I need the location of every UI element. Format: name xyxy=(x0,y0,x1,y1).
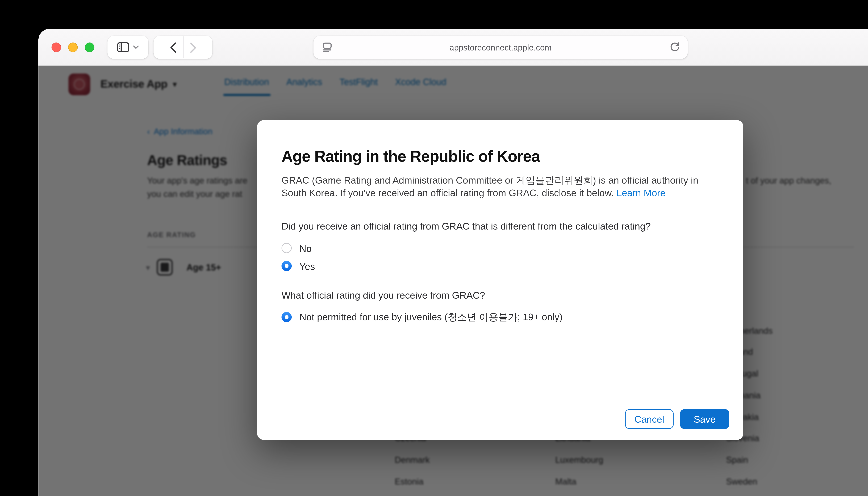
radio-selected-icon[interactable] xyxy=(281,312,292,322)
dialog-title: Age Rating in the Republic of Korea xyxy=(281,147,719,166)
radio-option-no[interactable]: No xyxy=(281,241,719,256)
safari-window: appstoreconnect.apple.com xyxy=(39,29,868,496)
radio-label: Not permitted for use by juveniles (청소년 … xyxy=(300,311,563,323)
radio-option-not-permitted[interactable]: Not permitted for use by juveniles (청소년 … xyxy=(281,310,719,325)
browser-toolbar: appstoreconnect.apple.com xyxy=(39,29,868,66)
cancel-button[interactable]: Cancel xyxy=(625,409,673,429)
sidebar-toggle-icon xyxy=(117,42,129,52)
url-text: appstoreconnect.apple.com xyxy=(314,43,688,52)
history-nav-group xyxy=(153,36,212,59)
dialog-footer: Cancel Save xyxy=(257,398,743,440)
learn-more-link[interactable]: Learn More xyxy=(616,187,666,198)
dialog-description: GRAC (Game Rating and Administration Com… xyxy=(281,174,709,199)
address-bar[interactable]: appstoreconnect.apple.com xyxy=(314,36,688,59)
radio-selected-icon[interactable] xyxy=(281,261,292,271)
question-grac-different: Did you receive an official rating from … xyxy=(281,220,719,233)
radio-option-yes[interactable]: Yes xyxy=(281,258,719,274)
zoom-window-button[interactable] xyxy=(85,42,94,52)
question-grac-rating: What official rating did you receive fro… xyxy=(281,289,719,302)
forward-button[interactable] xyxy=(190,42,196,53)
back-button[interactable] xyxy=(170,42,176,53)
reload-button[interactable] xyxy=(670,42,680,53)
grac-rating-dialog: Age Rating in the Republic of Korea GRAC… xyxy=(257,120,743,440)
page-format-icon[interactable] xyxy=(322,42,333,53)
radio-label: Yes xyxy=(300,261,315,272)
traffic-lights xyxy=(51,42,94,52)
save-button[interactable]: Save xyxy=(680,409,729,429)
minimize-window-button[interactable] xyxy=(68,42,78,52)
sidebar-toggle-button[interactable] xyxy=(107,36,149,59)
chevron-down-icon xyxy=(133,45,139,49)
radio-label: No xyxy=(300,243,312,253)
radio-icon[interactable] xyxy=(281,243,292,253)
screen: appstoreconnect.apple.com xyxy=(0,0,868,496)
close-window-button[interactable] xyxy=(51,42,61,52)
page-area: Exercise App ▼ Distribution Analytics Te… xyxy=(39,66,868,496)
divider xyxy=(183,36,183,58)
